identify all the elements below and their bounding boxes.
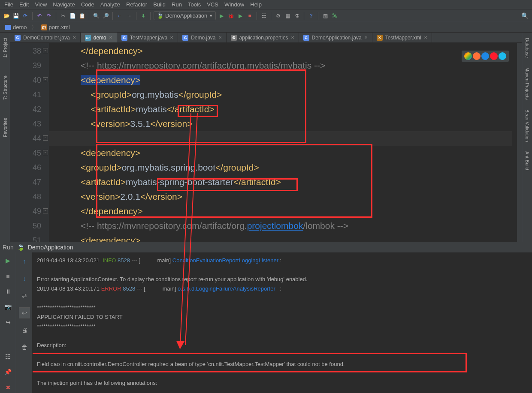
menu-run[interactable]: Run [169, 0, 184, 9]
back-icon[interactable]: ← [116, 12, 124, 20]
tab-democontroller-java[interactable]: CDemoController.java✕ [10, 33, 81, 42]
coverage-icon[interactable]: ▶ [236, 12, 244, 20]
rerun-button[interactable]: ▶ [3, 256, 13, 265]
ie-icon[interactable] [499, 52, 506, 60]
menu-vcs[interactable]: VCS [204, 0, 221, 9]
search-everywhere-icon[interactable]: 🔍 [521, 12, 529, 19]
breadcrumb-folder[interactable]: demo [3, 23, 29, 31]
chrome-icon[interactable] [464, 52, 472, 60]
redo-icon[interactable]: ↷ [45, 12, 53, 20]
right-tab-bean-validation[interactable]: Bean Validation [524, 107, 531, 144]
left-tab----structure[interactable]: 7: Structure [2, 73, 9, 102]
menu-window[interactable]: Window [222, 0, 247, 9]
stop-button[interactable]: ■ [3, 271, 13, 281]
code[interactable]: </dependency> <!-- https://mvnrepository… [49, 43, 517, 242]
line-number: 48 [10, 189, 41, 204]
right-tab-ant-build[interactable]: Ant Build [524, 149, 531, 173]
fold-icon[interactable]: − [43, 48, 48, 53]
save-icon[interactable]: 💾 [12, 12, 20, 20]
sdk-icon[interactable]: ⚗ [293, 12, 301, 20]
print-button[interactable]: 🖨 [19, 324, 30, 336]
menu-build[interactable]: Build [151, 0, 168, 9]
menu-navigate[interactable]: Navigate [50, 0, 77, 9]
tab-testmapper-java[interactable]: CTestMapper.java✕ [117, 33, 178, 42]
console-output[interactable]: 2019-04-08 13:43:20.021 INFO 8528 --- [ … [33, 252, 532, 393]
softwrap-button[interactable]: ↩ [19, 307, 30, 318]
menu-help[interactable]: Help [248, 0, 264, 9]
tab-demo[interactable]: mdemo✕ [81, 33, 117, 42]
menu-refactor[interactable]: Refactor [124, 0, 150, 9]
exit-button[interactable]: ↪ [3, 318, 13, 327]
code-line: <version>3.5.1</version> [51, 117, 517, 131]
scroll-down-button[interactable]: ↓ [19, 273, 30, 284]
menu-file[interactable]: File [2, 0, 16, 9]
trash-button[interactable]: 🗑 [19, 342, 30, 353]
wrap-button[interactable]: ⇄ [19, 290, 30, 301]
settings-icon[interactable]: ⚙ [274, 12, 282, 20]
run-panel: Run 🍃 DemoApplication ▶ ■ ⏸ 📷 ↪ ☷ 📌 ✖ ↑ … [0, 242, 532, 393]
close-tab-icon[interactable]: ✕ [291, 35, 294, 40]
stop-icon[interactable]: ■ [246, 12, 254, 20]
run-icon[interactable]: ▶ [218, 12, 225, 20]
pause-button[interactable]: ⏸ [3, 287, 13, 296]
dump-button[interactable]: 📷 [3, 302, 13, 312]
menu-edit[interactable]: Edit [17, 0, 31, 9]
firefox-icon[interactable] [473, 52, 481, 60]
close-tab-icon[interactable]: ✕ [170, 35, 173, 40]
help-icon[interactable]: ? [307, 12, 315, 20]
open-icon[interactable]: 📂 [3, 12, 10, 20]
menu-tools[interactable]: Tools [185, 0, 203, 9]
structure-icon[interactable]: ☷ [260, 12, 268, 20]
editor-scrollbar[interactable] [517, 43, 522, 242]
layout-button[interactable]: ☷ [3, 352, 13, 361]
editor[interactable]: 3839404142434445464748495051−−−−− </depe… [10, 43, 522, 242]
paste-icon[interactable]: 📋 [78, 12, 86, 20]
close-tab-icon[interactable]: ✕ [424, 35, 427, 40]
line-number: 51 [10, 233, 41, 242]
left-tab----project[interactable]: 1: Project [2, 35, 9, 60]
left-tab-favorites[interactable]: Favorites [2, 115, 9, 140]
close-tab-icon[interactable]: ✕ [218, 35, 222, 40]
find-icon[interactable]: 🔍 [92, 12, 100, 20]
opera-icon[interactable] [490, 52, 498, 60]
tab-demo-java[interactable]: CDemo.java✕ [178, 33, 226, 42]
fold-icon[interactable]: − [43, 150, 48, 155]
fold-icon[interactable]: − [43, 208, 48, 213]
menu-analyze[interactable]: Analyze [98, 0, 123, 9]
cut-icon[interactable]: ✂ [59, 12, 67, 20]
debug-icon[interactable]: 🐞 [227, 12, 235, 20]
right-tab-database[interactable]: Database [524, 35, 531, 60]
file-icon: C [182, 35, 188, 41]
run-config-dropdown[interactable]: 🍃 DemoApplication ▼ [154, 11, 216, 20]
build-icon[interactable]: ⬇ [139, 12, 147, 20]
line-number: 49 [10, 204, 41, 219]
close-tab-icon[interactable]: ✕ [109, 35, 112, 40]
console-line: 2019-04-08 13:43:20.171 ERROR 8528 --- [… [37, 284, 528, 294]
scroll-up-button[interactable]: ↑ [19, 256, 30, 267]
fold-icon[interactable]: − [43, 135, 48, 141]
tab-testmapper-xml[interactable]: XTestMapper.xml✕ [372, 33, 432, 42]
tab-demoapplication-java[interactable]: CDemoApplication.java✕ [299, 33, 372, 42]
breadcrumb-file[interactable]: m pom.xml [39, 23, 72, 31]
menu-code[interactable]: Code [79, 0, 97, 9]
fold-icon[interactable]: − [43, 77, 48, 82]
code-line: <groupId>org.mybatis</groupId> [51, 87, 517, 102]
right-tab-maven-projects[interactable]: Maven Projects [524, 65, 531, 102]
project-struct-icon[interactable]: ▦ [284, 12, 291, 20]
copy-icon[interactable]: 📄 [69, 12, 76, 20]
sync-icon[interactable]: ⟳ [21, 12, 29, 20]
tool1-icon[interactable]: ▧ [321, 12, 329, 20]
close-tab-icon[interactable]: ✕ [73, 35, 76, 40]
tool2-icon[interactable]: 🛰 [331, 12, 339, 20]
undo-icon[interactable]: ↶ [36, 12, 43, 20]
menu-view[interactable]: View [32, 0, 49, 9]
tab-application-properties[interactable]: ⚙application.properties✕ [227, 33, 299, 42]
pin-button[interactable]: 📌 [3, 367, 13, 377]
line-number: 42 [10, 102, 41, 117]
forward-icon[interactable]: → [125, 12, 133, 20]
safari-icon[interactable] [481, 52, 489, 60]
close-button[interactable]: ✖ [3, 383, 13, 392]
console-line: *************************** [37, 322, 528, 331]
replace-icon[interactable]: 🔎 [102, 12, 109, 20]
close-tab-icon[interactable]: ✕ [364, 35, 368, 40]
